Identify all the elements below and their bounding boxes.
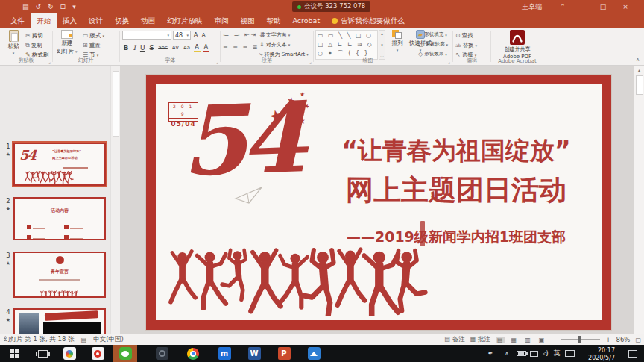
editor-scrollbar[interactable]: ▴: [634, 66, 644, 334]
tab-insert[interactable]: 插入: [57, 13, 83, 28]
tab-animations[interactable]: 动画: [135, 13, 161, 28]
fit-slide-to-window-icon[interactable]: ▢: [635, 337, 641, 343]
copy-button[interactable]: ⧉复制: [25, 40, 48, 50]
taskbar-word[interactable]: W: [244, 345, 264, 362]
tab-transitions[interactable]: 切换: [109, 13, 135, 28]
zoom-in-button[interactable]: +: [605, 336, 610, 343]
tray-pen-icon[interactable]: ✒: [484, 345, 496, 362]
font-size-combobox[interactable]: 48▾: [173, 31, 191, 40]
create-share-pdf-button[interactable]: 创建并共享 Adobe PDF: [496, 30, 538, 60]
tab-review[interactable]: 审阅: [209, 13, 235, 28]
collapse-ribbon-icon[interactable]: ∧: [636, 57, 640, 63]
start-slideshow-icon[interactable]: ⊡: [60, 0, 66, 13]
tray-show-hidden-icons[interactable]: ∧: [501, 345, 513, 362]
scrollbar-thumb[interactable]: [636, 75, 643, 95]
slide-big-number[interactable]: 54: [180, 90, 300, 189]
shape-outline-button[interactable]: ▢形状轮廓▾: [418, 40, 452, 49]
layout-button[interactable]: ▭版式▾: [83, 31, 104, 40]
shadow-button[interactable]: abc: [157, 45, 169, 51]
customize-toolbar-icon[interactable]: ▾: [72, 0, 76, 13]
tab-acrobat[interactable]: Acrobat: [287, 13, 326, 28]
action-center-icon[interactable]: [626, 345, 640, 362]
spell-check-icon[interactable]: ▤: [81, 337, 87, 343]
slide-counter[interactable]: 幻灯片 第 1 张, 共 18 张: [4, 335, 75, 344]
tab-home[interactable]: 开始: [31, 13, 57, 28]
drawing-dialog-launcher-icon[interactable]: ⌟: [448, 59, 450, 64]
account-username[interactable]: 王卓端: [522, 0, 542, 13]
tab-slideshow[interactable]: 幻灯片放映: [161, 13, 209, 28]
start-button[interactable]: [4, 345, 24, 362]
alignment-row[interactable]: ≡ ≡ ≡ ≣: [223, 43, 259, 50]
find-button[interactable]: ⊙查找: [455, 31, 477, 40]
text-direction-button[interactable]: ⇵文字方向▾: [259, 30, 309, 40]
italic-button[interactable]: I: [132, 44, 137, 52]
tell-me-search[interactable]: 告诉我你想要做什么: [326, 13, 405, 28]
shape-fill-button[interactable]: ▰形状填充▾: [418, 30, 452, 40]
touch-keyboard-icon[interactable]: [564, 345, 576, 362]
slide-thumbnail-1[interactable]: 54 “让青春为祖国绽放” 网上主题团日活动: [13, 143, 106, 186]
taskbar-app-5[interactable]: [304, 345, 323, 362]
bold-button[interactable]: B: [122, 44, 130, 52]
scrollbar-thumb[interactable]: [113, 71, 119, 137]
taskbar-app-2[interactable]: [88, 345, 107, 362]
thumbnail-scrollbar[interactable]: [110, 66, 120, 334]
shapes-gallery[interactable]: ▭ ▭ ╲ ╲ □ ○ □ △ ∟ ∟ ⇒ ◇ ○ ✶ ⌒ ( { }: [315, 30, 378, 60]
language-indicator[interactable]: 中文(中国): [93, 335, 124, 344]
taskbar-app-3[interactable]: [152, 345, 171, 362]
slide-thumbnail-2[interactable]: 活动内容: [13, 197, 106, 240]
view-slideshow-button[interactable]: ▣: [537, 337, 546, 343]
strikethrough-button[interactable]: S: [148, 44, 155, 52]
cut-button[interactable]: ✂剪切: [25, 31, 48, 40]
taskbar-powerpoint[interactable]: P: [274, 345, 294, 362]
zoom-slider-thumb[interactable]: [578, 336, 581, 343]
tab-design[interactable]: 设计: [83, 13, 109, 28]
replace-button[interactable]: ab替换▾: [455, 40, 477, 50]
battery-icon[interactable]: [514, 345, 528, 362]
minimize-button[interactable]: —: [572, 0, 592, 13]
paste-button[interactable]: 粘贴 ▾: [3, 30, 24, 55]
close-button[interactable]: ×: [616, 0, 635, 13]
taskbar-clock[interactable]: 20:17 2020/5/7: [578, 345, 615, 362]
tab-help[interactable]: 帮助: [261, 13, 287, 28]
task-view-button[interactable]: [33, 345, 52, 362]
view-normal-button[interactable]: ▤: [496, 337, 505, 343]
network-icon[interactable]: [528, 345, 540, 362]
text-highlight-button[interactable]: A: [194, 43, 201, 52]
redo-icon[interactable]: ↻: [48, 0, 54, 13]
save-icon[interactable]: ▤: [22, 0, 29, 13]
font-color-button[interactable]: A: [203, 43, 209, 52]
grow-font-button[interactable]: A: [192, 31, 199, 39]
slide-thumbnail-4[interactable]: [13, 308, 106, 334]
zoom-out-button[interactable]: −: [551, 336, 556, 343]
zoom-level[interactable]: 86%: [616, 336, 631, 343]
new-slide-button[interactable]: 新建 幻灯片▾: [55, 30, 79, 55]
meeting-overlay-badge[interactable]: 会议号 323 752 078: [292, 1, 370, 12]
undo-icon[interactable]: ↺: [36, 0, 42, 13]
ime-language-indicator[interactable]: 英: [552, 345, 562, 362]
slide-thumbnail-3[interactable]: 青年宣言: [13, 252, 106, 298]
view-reading-button[interactable]: ▥: [523, 337, 532, 343]
character-spacing-button[interactable]: AV: [171, 45, 180, 51]
change-case-button[interactable]: Aa: [182, 45, 191, 51]
volume-icon[interactable]: ◁): [540, 345, 552, 362]
view-slide-sorter-button[interactable]: ▦: [510, 337, 519, 343]
arrange-button[interactable]: 排列 ▾: [388, 30, 407, 52]
clipboard-dialog-launcher-icon[interactable]: ⌟: [48, 59, 51, 64]
underline-button[interactable]: U: [139, 44, 146, 52]
maximize-button[interactable]: □: [593, 0, 613, 13]
align-text-button[interactable]: ⇞对齐文本▾: [259, 40, 309, 49]
notes-button[interactable]: ▤ 备注: [445, 335, 465, 344]
taskbar-app-4[interactable]: m: [215, 345, 234, 362]
reset-button[interactable]: ⊞重置: [83, 40, 104, 50]
slide-canvas[interactable]: 2 0 1 9 05/04 54 ★ ★ ★ ★ ★ “让青春为祖国绽放” 网上…: [146, 75, 611, 330]
shapes-gallery-scroll[interactable]: ▴ ▾ ⋯: [379, 30, 385, 60]
zoom-slider[interactable]: [561, 339, 600, 340]
comments-button[interactable]: ▦ 批注: [470, 335, 490, 344]
shrink-font-button[interactable]: A: [201, 32, 206, 38]
ribbon-display-options-icon[interactable]: ⌃: [553, 0, 572, 13]
font-name-combobox[interactable]: ▾: [122, 31, 171, 40]
scroll-up-icon[interactable]: ▴: [634, 66, 644, 74]
taskbar-app-1[interactable]: [60, 345, 79, 362]
font-dialog-launcher-icon[interactable]: ⌟: [216, 59, 218, 64]
tab-view[interactable]: 视图: [235, 13, 261, 28]
